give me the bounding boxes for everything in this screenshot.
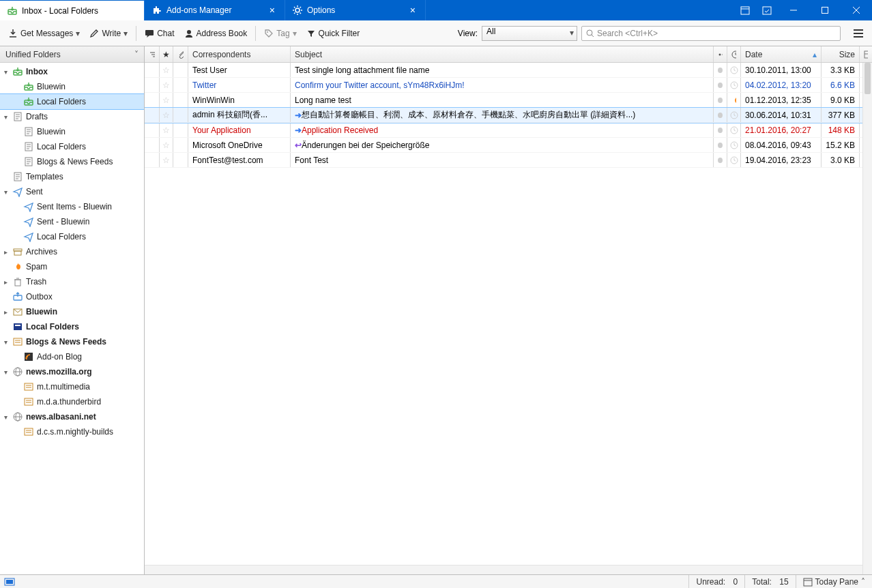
sidebar-item-inbox-local[interactable]: Local Folders [0,94,144,109]
window-close[interactable] [841,0,872,20]
col-correspondents[interactable]: Correspondents [188,46,291,62]
col-attachment[interactable] [173,46,188,62]
address-book-button[interactable]: Address Book [180,26,252,41]
sidebar-item-spam[interactable]: Spam [0,259,144,274]
sidebar-item-trash[interactable]: ▸Trash [0,274,144,289]
dropdown-icon[interactable]: ▾ [293,29,297,38]
col-thread[interactable] [145,46,160,62]
get-messages-button[interactable]: Get Messages ▾ [4,26,84,41]
sidebar-item-label: Bluewin [37,127,66,136]
activity-icon[interactable] [0,575,22,588]
cell-read[interactable] [714,108,727,122]
quick-filter-button[interactable]: Quick Filter [302,26,364,41]
cell-star[interactable]: ☆ [160,93,173,107]
twisty-icon[interactable]: ▾ [1,338,10,346]
folder-pane-header[interactable]: Unified Folders ˅ [0,46,144,63]
message-row[interactable]: ☆FontTest@test.comFont Test19.04.2016, 2… [145,153,872,168]
sidebar-item-drafts[interactable]: ▾Drafts [0,109,144,124]
sidebar-item-templates[interactable]: Templates [0,169,144,184]
twisty-icon[interactable]: ▾ [1,368,10,376]
cell-star[interactable]: ☆ [160,153,173,167]
sidebar-item-drafts-blogs[interactable]: Blogs & News Feeds [0,154,144,169]
sidebar-item-inbox[interactable]: ▾Inbox [0,64,144,79]
sidebar-item-feed-addon[interactable]: Add-on Blog [0,349,144,364]
cell-read[interactable] [714,153,727,167]
svg-line-8 [294,13,295,14]
cell-read[interactable] [714,123,727,137]
tag-button[interactable]: Tag ▾ [260,26,300,41]
cell-star[interactable]: ☆ [160,108,173,122]
sidebar-item-archives[interactable]: ▸Archives [0,244,144,259]
twisty-icon[interactable]: ▾ [1,113,10,121]
col-read[interactable] [714,46,727,62]
sidebar-item-acct-blogs[interactable]: ▾Blogs & News Feeds [0,334,144,349]
tab-close-icon[interactable]: × [407,5,418,16]
sidebar-item-drafts-bluewin[interactable]: Bluewin [0,124,144,139]
cell-star[interactable]: ☆ [160,63,173,77]
twisty-icon[interactable]: ▸ [1,248,10,256]
sidebar-item-ng-mdatb[interactable]: m.d.a.thunderbird [0,394,144,409]
col-star[interactable]: ★ [160,46,173,62]
cell-read[interactable] [714,63,727,77]
horizontal-scrollbar[interactable] [145,565,862,574]
dropdown-icon[interactable]: ▾ [76,29,80,38]
cell-size: 3.3 KB [822,63,860,77]
message-row[interactable]: ☆Test UserTest single long attachment fi… [145,63,872,78]
message-row[interactable]: ☆WinWinWinLong name test01.12.2013, 12:3… [145,93,872,108]
sidebar-item-ng-dcsm[interactable]: d.c.s.m.nightly-builds [0,424,144,439]
dropdown-icon[interactable]: ▾ [123,29,128,38]
sidebar-item-sent-local[interactable]: Local Folders [0,229,144,244]
svg-rect-66 [25,383,33,390]
twisty-icon[interactable]: ▾ [1,68,10,76]
window-maximize[interactable] [809,0,841,20]
cell-read[interactable] [714,138,727,152]
chevron-down-icon[interactable]: ˅ [134,50,139,59]
cell-read[interactable] [714,93,727,107]
window-minimize[interactable] [778,0,809,20]
sidebar-item-ng-mtmm[interactable]: m.t.multimedia [0,379,144,394]
message-row[interactable]: ☆Your Application➜ Application Received2… [145,123,872,138]
col-status[interactable] [727,46,741,62]
twisty-icon[interactable]: ▸ [1,308,10,316]
message-row[interactable]: ☆TwitterConfirm your Twitter account, sY… [145,78,872,93]
tasks-icon[interactable] [756,0,778,20]
cell-read[interactable] [714,78,727,92]
sidebar-item-outbox[interactable]: Outbox [0,289,144,304]
cell-star[interactable]: ☆ [160,123,173,137]
tab-inbox[interactable]: Inbox - Local Folders [0,0,145,20]
twisty-icon[interactable]: ▾ [1,413,10,421]
view-select[interactable]: All [482,26,577,41]
col-subject[interactable]: Subject [291,46,714,62]
message-row[interactable]: ☆Microsoft OneDrive↩ Änderungen bei der … [145,138,872,153]
today-pane-toggle[interactable]: Today Pane ˄ [796,575,872,588]
calendar-icon[interactable] [734,0,756,20]
cell-date: 30.06.2014, 10:31 [741,108,822,122]
message-row[interactable]: ☆admin 科技顧問(香...➜ 想自動計算餐廳帳目、利潤、成本、原材料倉存、… [145,108,872,123]
svg-rect-57 [15,325,20,326]
tab-addons[interactable]: Add-ons Manager × [145,0,285,20]
draft-icon [12,111,23,122]
vertical-scrollbar[interactable] [862,63,872,574]
cell-star[interactable]: ☆ [160,78,173,92]
sidebar-item-news-mozilla[interactable]: ▾news.mozilla.org [0,364,144,379]
sidebar-item-sent-items-bw[interactable]: Sent Items - Bluewin [0,199,144,214]
sidebar-item-acct-bluewin[interactable]: ▸Bluewin [0,304,144,319]
tab-close-icon[interactable]: × [267,5,278,16]
sidebar-item-sent-bw[interactable]: Sent - Bluewin [0,214,144,229]
sidebar-item-news-albasani[interactable]: ▾news.albasani.net [0,409,144,424]
sidebar-item-drafts-local[interactable]: Local Folders [0,139,144,154]
twisty-icon[interactable]: ▾ [1,188,10,196]
search-input[interactable]: Search <Ctrl+K> [581,26,841,41]
write-button[interactable]: Write ▾ [85,26,132,41]
cell-star[interactable]: ☆ [160,138,173,152]
col-picker[interactable] [860,46,872,62]
col-size[interactable]: Size [822,46,860,62]
chat-button[interactable]: Chat [141,26,178,41]
sidebar-item-acct-local[interactable]: Local Folders [0,319,144,334]
sidebar-item-inbox-bluewin[interactable]: Bluewin [0,79,144,94]
app-menu-button[interactable] [849,26,868,41]
twisty-icon[interactable]: ▸ [1,278,10,286]
col-date[interactable]: Date▴ [741,46,822,62]
sidebar-item-sent[interactable]: ▾Sent [0,184,144,199]
tab-options[interactable]: Options × [285,0,426,20]
